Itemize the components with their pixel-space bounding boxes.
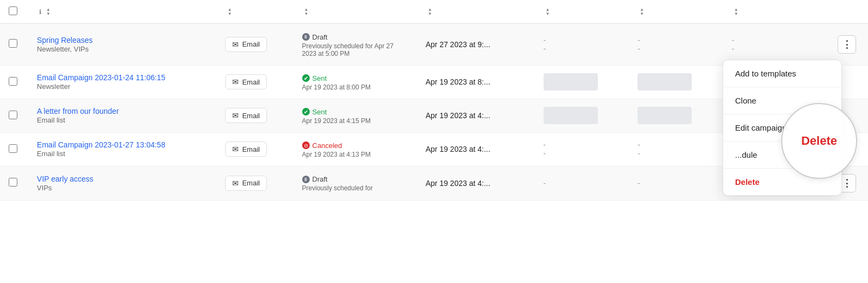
sent-icon: ✔ xyxy=(302,74,310,82)
row-checkbox[interactable] xyxy=(9,144,17,153)
mail-icon: ✉ xyxy=(232,179,239,188)
type-badge: ✉ Email xyxy=(225,176,267,191)
type-cell: ✉ Email xyxy=(216,166,293,200)
status-badge: ✔ Sent xyxy=(302,108,327,116)
status-label: Sent xyxy=(312,108,327,116)
campaign-name-link[interactable]: Spring Releases xyxy=(37,36,208,44)
status-cell: ✔ Sent Apr 19 2023 at 4:15 PM xyxy=(293,99,417,132)
last-updated-cell: Apr 19 2023 at 4:... xyxy=(417,132,534,166)
open-rate-value: - xyxy=(544,179,546,188)
status-sub: Apr 19 2023 at 4:13 PM xyxy=(302,151,409,158)
status-badge: ⏸ Draft xyxy=(302,33,328,41)
th-last-updated: ▲▼ xyxy=(417,0,534,24)
row-checkbox[interactable] xyxy=(9,77,17,86)
open-rate-cell: -- xyxy=(535,132,629,166)
th-actions xyxy=(829,0,868,24)
type-cell: ✉ Email xyxy=(216,24,293,66)
status-badge: ✔ Sent xyxy=(302,74,327,82)
th-status: ▲▼ xyxy=(293,0,417,24)
campaign-sub: Email list xyxy=(37,116,65,124)
row-actions-button[interactable]: ⋮ xyxy=(838,35,856,54)
campaign-name-cell: Email Campaign 2023-01-24 11:06:15 Newsl… xyxy=(28,65,216,99)
draft-icon: ⏸ xyxy=(302,176,310,183)
th-open-rate: ▲▼ xyxy=(535,0,629,24)
select-all-checkbox[interactable] xyxy=(9,7,17,15)
dropdown-add-templates[interactable]: Add to templates xyxy=(723,60,841,87)
status-cell: ⏸ Draft Previously scheduled for Apr 27 … xyxy=(293,24,417,66)
campaign-name-link[interactable]: Email Campaign 2023-01-24 11:06:15 xyxy=(37,73,208,82)
status-label: Draft xyxy=(312,33,328,41)
type-cell: ✉ Email xyxy=(216,99,293,132)
open-rate-cell xyxy=(535,65,629,99)
type-cell: ✉ Email xyxy=(216,132,293,166)
sort-openrate-icon[interactable]: ▲▼ xyxy=(546,8,550,16)
actions-cell: ⋮ xyxy=(829,24,868,66)
status-sub: Previously scheduled for xyxy=(302,184,409,192)
placed-order-value: - xyxy=(732,36,735,44)
canceled-icon: ⊘ xyxy=(302,142,310,149)
status-badge: ⏸ Draft xyxy=(302,175,328,183)
campaign-sub: Email list xyxy=(37,150,65,158)
campaign-name-link[interactable]: VIP early access xyxy=(37,175,208,183)
th-campaign: ℹ ▲▼ xyxy=(28,0,216,24)
campaign-name-cell: Email Campaign 2023-01-27 13:04:58 Email… xyxy=(28,132,216,166)
last-updated-cell: Apr 27 2023 at 9:... xyxy=(417,24,534,66)
campaign-sub: Newsletter, VIPs xyxy=(37,45,88,53)
status-label: Sent xyxy=(312,74,327,82)
last-updated-value: Apr 27 2023 at 9:... xyxy=(425,40,490,49)
sort-type-icon[interactable]: ▲▼ xyxy=(227,8,232,16)
click-rate-cell: - xyxy=(629,166,723,200)
status-sub: Apr 19 2023 at 4:15 PM xyxy=(302,117,409,125)
campaign-name-link[interactable]: Email Campaign 2023-01-27 13:04:58 xyxy=(37,140,208,149)
campaign-sub: VIPs xyxy=(37,184,52,192)
click-rate-cell xyxy=(629,65,723,99)
mail-icon: ✉ xyxy=(232,40,239,49)
last-updated-value: Apr 19 2023 at 4:... xyxy=(425,179,490,188)
click-rate-value: - xyxy=(637,140,640,149)
th-type: ▲▼ xyxy=(216,0,293,24)
last-updated-value: Apr 19 2023 at 4:... xyxy=(425,111,490,120)
row-checkbox[interactable] xyxy=(9,111,17,119)
row-checkbox-cell[interactable] xyxy=(0,166,28,200)
click-rate-value: - xyxy=(637,179,640,188)
type-badge: ✉ Email xyxy=(225,142,267,157)
select-all-header[interactable] xyxy=(0,0,28,24)
campaign-sub: Newsletter xyxy=(37,82,70,91)
status-cell: ⊘ Canceled Apr 19 2023 at 4:13 PM xyxy=(293,132,417,166)
info-icon[interactable]: ℹ xyxy=(39,8,42,16)
open-rate-cell: - xyxy=(535,166,629,200)
type-badge: ✉ Email xyxy=(225,74,267,89)
status-label: Draft xyxy=(312,175,328,183)
draft-icon: ⏸ xyxy=(302,33,310,41)
row-checkbox-cell[interactable] xyxy=(0,24,28,66)
sent-icon: ✔ xyxy=(302,108,310,115)
status-badge: ⊘ Canceled xyxy=(302,142,342,150)
sort-clickrate-icon[interactable]: ▲▼ xyxy=(640,8,644,16)
last-updated-value: Apr 19 2023 at 4:... xyxy=(425,145,490,153)
last-updated-cell: Apr 19 2023 at 4:... xyxy=(417,99,534,132)
open-rate-cell xyxy=(535,99,629,132)
mail-icon: ✉ xyxy=(232,145,239,153)
sort-campaign-icon[interactable]: ▲▼ xyxy=(46,8,50,16)
row-checkbox-cell[interactable] xyxy=(0,65,28,99)
th-click-rate: ▲▼ xyxy=(629,0,723,24)
delete-circle-overlay[interactable]: Delete xyxy=(781,103,857,179)
row-checkbox[interactable] xyxy=(9,178,17,186)
mail-icon: ✉ xyxy=(232,78,239,86)
row-checkbox-cell[interactable] xyxy=(0,132,28,166)
status-cell: ✔ Sent Apr 19 2023 at 8:00 PM xyxy=(293,65,417,99)
row-checkbox-cell[interactable] xyxy=(0,99,28,132)
type-badge: ✉ Email xyxy=(225,108,267,123)
sort-placed-icon[interactable]: ▲▼ xyxy=(734,8,738,16)
sort-status-icon[interactable]: ▲▼ xyxy=(304,8,309,16)
placed-order-cell: -- xyxy=(723,24,829,66)
sort-lastupdated-icon[interactable]: ▲▼ xyxy=(427,8,432,16)
last-updated-value: Apr 19 2023 at 8:... xyxy=(425,78,490,86)
th-placed-order: ▲▼ xyxy=(723,0,829,24)
campaign-name-link[interactable]: A letter from our founder xyxy=(37,107,208,115)
table-row: Spring Releases Newsletter, VIPs ✉ Email… xyxy=(0,24,868,66)
campaign-name-cell: VIP early access VIPs xyxy=(28,166,216,200)
click-rate-cell: -- xyxy=(629,132,723,166)
open-rate-cell: -- xyxy=(535,24,629,66)
row-checkbox[interactable] xyxy=(9,39,17,48)
